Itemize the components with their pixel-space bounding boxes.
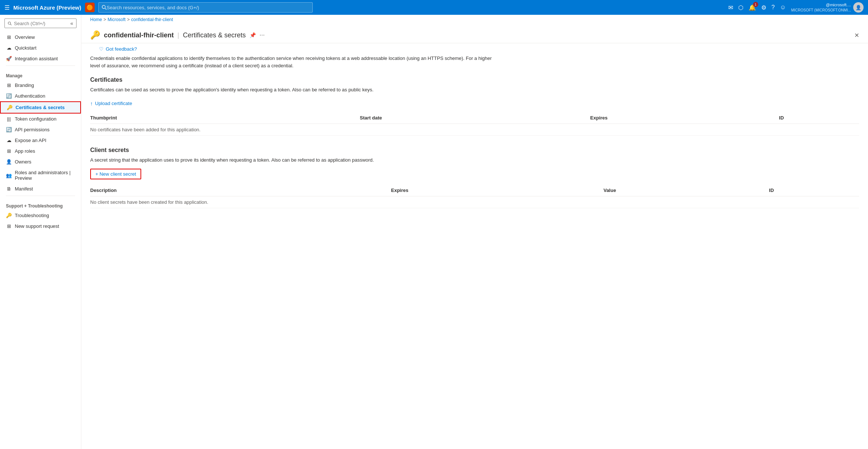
avatar[interactable]: 👤	[853, 2, 864, 13]
sidebar-item-troubleshooting[interactable]: 🔑 Troubleshooting	[0, 210, 81, 221]
hamburger-icon[interactable]: ☰	[4, 4, 10, 11]
sidebar-divider-2	[6, 196, 75, 196]
client-secrets-description: A secret string that the application use…	[90, 156, 423, 164]
notifications-icon[interactable]: ✉	[728, 4, 733, 11]
branding-icon: ⊞	[6, 82, 12, 88]
col-id: ID	[769, 185, 859, 196]
sidebar-item-app-roles[interactable]: ⊞ App roles	[0, 146, 81, 156]
sidebar-item-label: Roles and administrators | Preview	[15, 170, 75, 181]
user-text: @microsoft.... MICROSOFT (MICROSOFT.ONMI…	[791, 2, 851, 12]
sidebar-item-label: Token configuration	[15, 116, 57, 122]
app-title: Microsoft Azure (Preview)	[13, 4, 81, 11]
sidebar-item-label: App roles	[15, 148, 35, 154]
sidebar-item-overview[interactable]: ⊞ Overview	[0, 32, 81, 43]
table-row: No certificates have been added for this…	[90, 124, 859, 135]
sidebar-item-label: API permissions	[15, 127, 50, 132]
sidebar-item-label: Integration assistant	[15, 56, 58, 61]
col-description: Description	[90, 185, 391, 196]
user-menu[interactable]: @microsoft.... MICROSOFT (MICROSOFT.ONMI…	[791, 2, 864, 13]
sidebar-item-certificates-secrets[interactable]: 🔑 Certificates & secrets	[0, 101, 81, 114]
breadcrumb-current[interactable]: confidential-fhir-client	[131, 17, 173, 22]
client-secrets-title: Client secrets	[90, 147, 859, 153]
integration-icon: 🚀	[6, 56, 12, 61]
page-header-actions: 📌 ⋯	[250, 32, 265, 38]
sidebar-item-label: Branding	[15, 82, 34, 88]
table-row: No client secrets have been created for …	[90, 196, 859, 208]
sidebar-item-label: Authentication	[15, 93, 45, 99]
pin-icon[interactable]: 📌	[250, 32, 256, 38]
quickstart-icon: ☁	[6, 45, 12, 51]
breadcrumb-parent[interactable]: Microsoft	[108, 17, 126, 22]
sidebar-item-new-support-request[interactable]: ⊞ New support request	[0, 221, 81, 232]
settings-icon[interactable]: ⚙	[761, 4, 766, 11]
close-icon[interactable]: ✕	[854, 32, 859, 39]
svg-point-0	[102, 5, 105, 9]
sidebar-item-token-configuration[interactable]: ||| Token configuration	[0, 114, 81, 124]
page-header-separator: |	[177, 31, 179, 39]
sidebar-item-label: Manifest	[15, 186, 33, 192]
sidebar-item-label: Quickstart	[15, 45, 37, 51]
page-icon: 🔑	[90, 30, 100, 40]
upload-btn-label: Upload certificate	[95, 101, 132, 106]
breadcrumb-home[interactable]: Home	[90, 17, 102, 22]
client-secrets-empty-message: No client secrets have been created for …	[90, 196, 859, 208]
roles-icon: 👥	[6, 173, 12, 178]
upload-icon: ↑	[90, 101, 93, 107]
sidebar-search-input[interactable]	[14, 21, 68, 26]
section-content: ♡ Got feedback? Credentials enable confi…	[81, 43, 868, 223]
sidebar-item-integration-assistant[interactable]: 🚀 Integration assistant	[0, 53, 81, 64]
sidebar-item-authentication[interactable]: 🔄 Authentication	[0, 91, 81, 101]
sidebar-item-label: Expose an API	[15, 138, 46, 143]
sidebar-item-branding[interactable]: ⊞ Branding	[0, 80, 81, 91]
search-box[interactable]	[98, 2, 313, 13]
heart-icon: ♡	[99, 46, 104, 52]
cloud-shell-icon[interactable]: ⬡	[738, 4, 743, 11]
bell-icon[interactable]: 🔔 1	[749, 4, 756, 11]
client-secrets-table: Description Expires Value ID No client s…	[90, 185, 859, 208]
certificates-title: Certificates	[90, 77, 859, 83]
manifest-icon: 🗎	[6, 186, 12, 192]
sidebar-item-label: Overview	[15, 34, 35, 40]
user-tenant: MICROSOFT (MICROSOFT.ONMI...	[791, 8, 851, 13]
token-icon: |||	[6, 116, 12, 122]
app-icon-box: 🟠	[85, 3, 95, 12]
sidebar-item-label: Troubleshooting	[15, 213, 49, 218]
sidebar-search-box[interactable]: «	[4, 18, 77, 28]
overview-icon: ⊞	[6, 34, 12, 40]
more-actions-icon[interactable]: ⋯	[260, 32, 265, 38]
col-expires: Expires	[391, 185, 604, 196]
page-header: 🔑 confidential-fhir-client | Certificate…	[81, 24, 868, 43]
breadcrumb-sep-1: >	[104, 17, 106, 22]
sidebar-item-quickstart[interactable]: ☁ Quickstart	[0, 43, 81, 53]
feedback-bar[interactable]: ♡ Got feedback?	[90, 43, 859, 55]
top-bar-right: ✉ ⬡ 🔔 1 ⚙ ? ☺ @microsoft.... MICROSOFT (…	[728, 2, 864, 13]
collapse-icon[interactable]: «	[70, 20, 73, 26]
support-section-label: Support + Troubleshooting	[0, 200, 81, 210]
sidebar-item-expose-an-api[interactable]: ☁ Expose an API	[0, 135, 81, 146]
col-expires: Expires	[590, 112, 779, 124]
manage-section-label: Manage	[0, 70, 81, 80]
sidebar-item-owners[interactable]: 👤 Owners	[0, 156, 81, 167]
new-client-secret-button[interactable]: + New client secret	[90, 169, 141, 179]
search-input[interactable]	[106, 5, 309, 10]
sidebar-item-label: Certificates & secrets	[16, 105, 65, 110]
help-icon[interactable]: ?	[772, 4, 775, 11]
sidebar-item-roles-administrators[interactable]: 👥 Roles and administrators | Preview	[0, 167, 81, 183]
support-icon: ⊞	[6, 223, 12, 229]
new-secret-label: + New client secret	[95, 171, 136, 177]
svg-line-3	[10, 24, 11, 25]
page-title: confidential-fhir-client	[104, 31, 174, 39]
credentials-description: Credentials enable confidential applicat…	[90, 55, 497, 69]
search-icon	[102, 5, 107, 10]
certificates-table: Thumbprint Start date Expires ID No cert…	[90, 112, 859, 136]
sidebar-divider-1	[6, 65, 75, 66]
col-id: ID	[779, 112, 859, 124]
page-subtitle: Certificates & secrets	[183, 31, 246, 39]
col-start-date: Start date	[360, 112, 590, 124]
user-name: @microsoft....	[791, 2, 851, 7]
upload-certificate-button[interactable]: ↑ Upload certificate	[90, 99, 132, 108]
sidebar-item-manifest[interactable]: 🗎 Manifest	[0, 183, 81, 194]
sidebar-item-api-permissions[interactable]: 🔄 API permissions	[0, 124, 81, 135]
smiley-icon[interactable]: ☺	[780, 4, 786, 11]
col-value: Value	[603, 185, 769, 196]
